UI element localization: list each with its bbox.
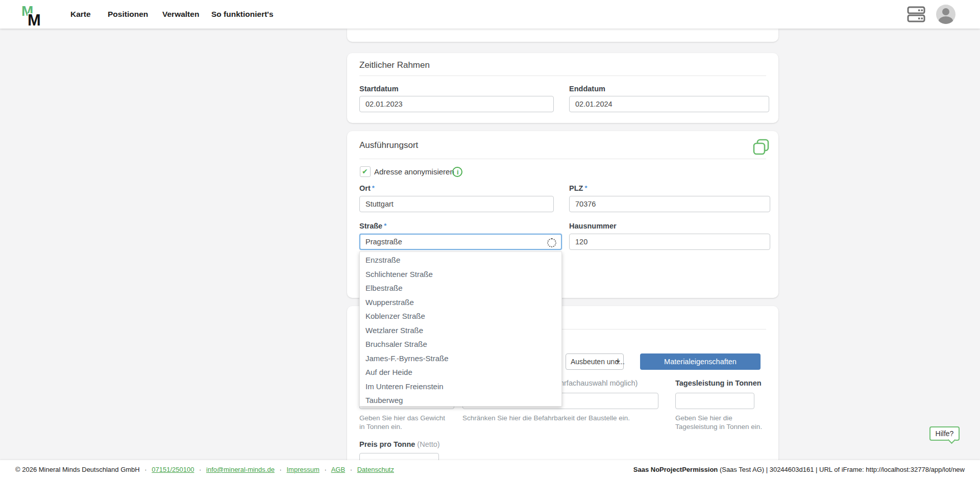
footer: © 2026 Mineral Minds Deutschland GmbH · … <box>0 460 980 481</box>
suggestion-item[interactable]: Elbestraße <box>360 281 561 295</box>
suggestion-item[interactable]: Schlichtener Straße <box>360 267 561 282</box>
footer-separator: · <box>199 466 201 473</box>
copyright-text: © 2026 Mineral Minds Deutschland GmbH <box>15 466 140 473</box>
hausnummer-label: Hausnummer <box>569 222 617 230</box>
footer-link-email[interactable]: info@mineral-minds.de <box>206 466 275 473</box>
strasse-label-text: Straße <box>359 222 382 230</box>
strasse-label: Straße* <box>359 222 386 230</box>
suggestion-item[interactable]: Wupperstraße <box>360 295 561 310</box>
tagesleistung-help-text: Geben Sie hier die Tagesleistung in Tonn… <box>675 414 767 431</box>
info-icon[interactable] <box>452 167 462 177</box>
anonymize-checkbox[interactable] <box>360 166 371 177</box>
befahrbarkeit-help-text: Schränken Sie hier die Befahrbarkeit der… <box>462 414 677 422</box>
suggestion-item[interactable]: Im Unteren Freienstein <box>360 379 561 394</box>
footer-link-datenschutz[interactable]: Datenschutz <box>357 466 394 473</box>
avatar[interactable] <box>936 5 955 24</box>
preis-netto-suffix: (Netto) <box>417 440 439 448</box>
suggestion-item[interactable]: Auf der Heide <box>360 365 561 379</box>
plz-label-text: PLZ <box>569 184 583 192</box>
svg-text:M: M <box>28 11 41 27</box>
required-marker: * <box>384 222 386 230</box>
enddatum-input[interactable] <box>569 96 769 112</box>
top-navbar: M M Karte Positionen Verwalten So funkti… <box>0 0 980 29</box>
brand-logo-icon[interactable]: M M <box>21 3 45 29</box>
nav-item-verwalten[interactable]: Verwalten <box>162 0 199 29</box>
help-bubble-button[interactable]: Hilfe? <box>929 426 960 441</box>
copy-icon[interactable] <box>752 138 771 159</box>
suggestion-item[interactable]: Bruchsaler Straße <box>360 337 561 351</box>
plz-input[interactable] <box>569 196 770 212</box>
enddatum-label: Enddatum <box>569 85 605 93</box>
ort-label: Ort* <box>359 184 375 192</box>
ausbeuten-select[interactable]: Ausbeuten und... <box>566 353 624 370</box>
section-title-ausfuehrungsort: Ausführungsort <box>359 140 418 150</box>
footer-separator: · <box>280 466 282 473</box>
nav-item-karte[interactable]: Karte <box>70 0 91 29</box>
spinner-icon <box>547 238 556 247</box>
gewicht-help-text: Geben Sie hier das Gewicht in Tonnen ein… <box>359 414 451 431</box>
anonymize-label: Adresse anonymisieren <box>374 167 454 176</box>
ort-label-text: Ort <box>359 184 371 192</box>
suggestion-item[interactable]: Tauberweg <box>360 393 561 407</box>
materialeigenschaften-bearbeiten-button[interactable]: Materialeigenschaften bearbeiten <box>640 353 761 370</box>
section-title-zeitlicher-rahmen: Zeitlicher Rahmen <box>359 60 430 70</box>
strasse-input[interactable] <box>359 234 562 250</box>
hausnummer-input[interactable] <box>569 234 770 250</box>
startdatum-label: Startdatum <box>359 85 399 93</box>
preis-label: Preis pro Tonne (Netto) <box>359 440 440 448</box>
section-divider <box>359 159 766 159</box>
section-divider <box>359 75 766 76</box>
footer-link-phone[interactable]: 07151/250100 <box>152 466 194 473</box>
street-suggestions-dropdown: Enzstraße Schlichtener Straße Elbestraße… <box>359 251 562 407</box>
nav-item-positionen[interactable]: Positionen <box>108 0 148 29</box>
card-zeitlicher-rahmen: Zeitlicher Rahmen Startdatum Enddatum <box>347 53 778 123</box>
tagesleistung-label: Tagesleistung in Tonnen <box>675 379 762 387</box>
footer-tenant-name: Saas NoProjectPermission <box>633 466 718 473</box>
footer-link-impressum[interactable]: Impressum <box>286 466 319 473</box>
app-root: M M Karte Positionen Verwalten So funkti… <box>0 0 980 481</box>
nav-item-so-funktionierts[interactable]: So funktioniert's <box>211 0 274 29</box>
suggestion-item[interactable]: Wetzlarer Straße <box>360 323 561 338</box>
footer-link-agb[interactable]: AGB <box>331 466 345 473</box>
ort-input[interactable] <box>359 196 554 212</box>
preis-label-text: Preis pro Tonne <box>359 440 415 448</box>
footer-separator: · <box>324 466 326 473</box>
avatar-head-icon <box>942 8 949 15</box>
suggestion-item[interactable]: Enzstraße <box>360 253 561 267</box>
required-marker: * <box>584 184 587 192</box>
footer-left: © 2026 Mineral Minds Deutschland GmbH · … <box>15 460 394 481</box>
server-stack-icon[interactable] <box>906 6 926 24</box>
suggestion-item[interactable]: James-F.-Byrnes-Straße <box>360 351 561 366</box>
plz-label: PLZ* <box>569 184 587 192</box>
suggestion-item[interactable]: Koblenzer Straße <box>360 309 561 323</box>
footer-env-info: Saas NoProjectPermission (Saas Test AG) … <box>633 460 965 481</box>
startdatum-input[interactable] <box>359 96 554 112</box>
avatar-body-icon <box>939 16 953 24</box>
card-previous-partial <box>347 29 778 42</box>
footer-separator: · <box>350 466 352 473</box>
footer-separator: · <box>144 466 146 473</box>
required-marker: * <box>372 184 375 192</box>
footer-env-details: (Saas Test AG) | 30244603d161 | URL of i… <box>718 466 965 473</box>
tagesleistung-input[interactable] <box>675 393 754 409</box>
